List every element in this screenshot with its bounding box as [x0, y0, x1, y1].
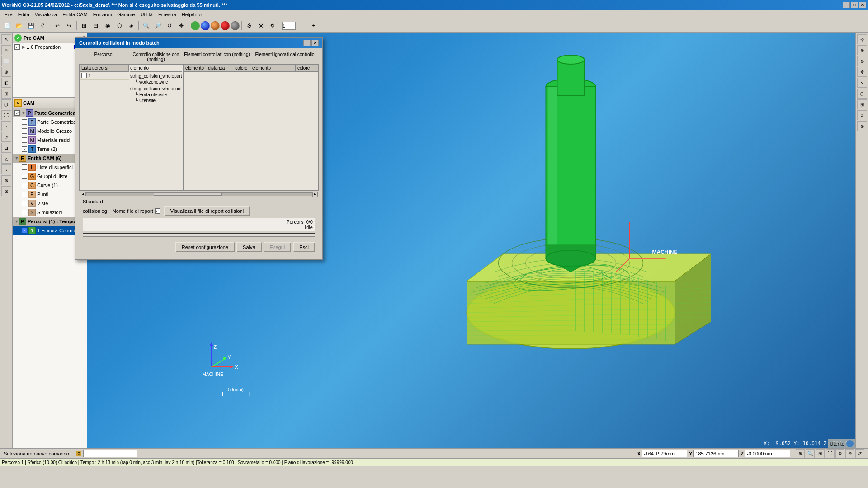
ctrl-node-1-child[interactable]: └ workzone.wnc [130, 79, 182, 85]
scroll-track[interactable] [85, 192, 312, 196]
tb-new[interactable]: 📄 [2, 20, 13, 31]
report-checkbox[interactable]: ✓ [155, 208, 160, 214]
tb-print[interactable]: 🖨 [37, 20, 48, 31]
scroll-right-btn[interactable]: ► [312, 192, 318, 197]
ctrl-node-1[interactable]: string_collision_wholepart [130, 73, 182, 79]
command-input[interactable] [83, 450, 137, 457]
coord-btn-2[interactable]: 🔍 [806, 449, 815, 458]
menu-utilita[interactable]: Utilità [137, 11, 156, 18]
right-btn-4[interactable]: ✥ [857, 67, 867, 77]
left-btn-7[interactable]: ⬡ [1, 99, 11, 109]
right-btn-1[interactable]: ⊹ [857, 34, 867, 44]
pt-check[interactable] [22, 192, 27, 197]
tb-view5[interactable]: ◈ [126, 20, 137, 31]
left-btn-11[interactable]: ⊿ [1, 143, 11, 153]
dialog-close[interactable]: ✕ [311, 40, 319, 46]
left-btn-15[interactable]: ⊠ [1, 186, 11, 196]
left-btn-12[interactable]: △ [1, 154, 11, 164]
coord-btn-3[interactable]: ⊞ [816, 449, 825, 458]
left-btn-14[interactable]: ⊛ [1, 175, 11, 185]
gl-check[interactable] [22, 174, 27, 179]
mg-check[interactable] [22, 128, 27, 134]
esegui-button[interactable]: Esegui [264, 242, 292, 252]
menu-finestra[interactable]: Finestra [156, 11, 179, 18]
tb-misc3[interactable]: ⛭ [267, 20, 278, 31]
menu-entita-cam[interactable]: Entità CAM [60, 11, 90, 18]
menu-funzioni[interactable]: Funzioni [90, 11, 115, 18]
ec-expand[interactable]: ▼ [14, 156, 19, 160]
menu-file[interactable]: File [2, 11, 15, 18]
right-btn-7[interactable]: ⊞ [857, 99, 867, 109]
tb-open[interactable]: 📂 [14, 20, 24, 31]
coord-btn-6[interactable]: ⊛ [845, 449, 854, 458]
esci-button[interactable]: Esci [293, 242, 315, 252]
tb-rotate[interactable]: ↺ [164, 20, 175, 31]
dialog-minimize[interactable]: — [303, 40, 311, 46]
coord-btn-1[interactable]: ⊕ [796, 449, 805, 458]
percorsi-item-1[interactable]: 1 [80, 72, 129, 80]
tb-zoom-in[interactable]: 🔍 [141, 20, 151, 31]
z-input[interactable] [745, 450, 790, 457]
ctrl-node-2-child-1[interactable]: └ Porta utensile [130, 92, 182, 98]
num-input[interactable] [282, 22, 296, 30]
left-btn-3[interactable]: ⬜ [1, 56, 11, 66]
tb-view2[interactable]: ⊟ [90, 20, 101, 31]
pg2-check[interactable] [22, 119, 27, 125]
sim-check[interactable] [22, 210, 27, 215]
tb-zoom-out[interactable]: 🔎 [152, 20, 163, 31]
mr-check[interactable] [22, 137, 27, 143]
tb-save[interactable]: 💾 [25, 20, 36, 31]
percorsi-checkbox[interactable] [81, 73, 87, 78]
tb-pan[interactable]: ✥ [176, 20, 187, 31]
tb-view1[interactable]: ⊞ [79, 20, 90, 31]
right-btn-6[interactable]: ⬡ [857, 89, 867, 99]
left-btn-8[interactable]: ⛶ [1, 110, 11, 120]
horizontal-scrollbar[interactable]: ◄ ► [79, 191, 319, 197]
tb-view3[interactable]: ◉ [102, 20, 113, 31]
pg-check[interactable]: ✓ [14, 110, 20, 116]
dialog-title-bar[interactable]: Controllo collisioni in modo batch — ✕ [75, 38, 322, 48]
right-btn-3[interactable]: ⊖ [857, 56, 867, 66]
left-btn-5[interactable]: ◧ [1, 78, 11, 88]
salva-button[interactable]: Salva [236, 242, 262, 252]
tb-shade4[interactable] [221, 21, 230, 30]
menu-help[interactable]: Help/Info [179, 11, 204, 18]
pc-expand[interactable]: ▼ [14, 219, 19, 224]
menu-edita[interactable]: Edita [15, 11, 32, 18]
coord-btn-5[interactable]: ⚙ [835, 449, 844, 458]
left-btn-10[interactable]: ⟳ [1, 132, 11, 142]
ctrl-node-2-child-2[interactable]: └ Utensile [130, 98, 182, 103]
fc-check[interactable]: ✓ [22, 228, 27, 233]
tb-misc2[interactable]: ⚒ [255, 20, 266, 31]
tb-minus[interactable]: — [297, 20, 307, 31]
scroll-left-btn[interactable]: ◄ [80, 192, 85, 197]
prep-checkbox[interactable]: ✓ [14, 44, 20, 50]
scroll-thumb[interactable] [154, 193, 222, 196]
tb-view4[interactable]: ⬡ [114, 20, 125, 31]
left-btn-1[interactable]: ↖ [1, 34, 11, 44]
tb-shade3[interactable] [211, 21, 220, 30]
tb-redo[interactable]: ↪ [64, 20, 75, 31]
tb-shade5[interactable] [231, 21, 240, 30]
coord-btn-4[interactable]: ⛶ [826, 449, 835, 458]
y-input[interactable] [693, 450, 739, 457]
left-btn-4[interactable]: ⊕ [1, 67, 11, 77]
coord-btn-7[interactable]: /z [855, 449, 864, 458]
x-input[interactable] [642, 450, 687, 457]
tb-misc1[interactable]: ⚙ [244, 20, 255, 31]
menu-gamme[interactable]: Gamme [114, 11, 137, 18]
left-btn-2[interactable]: ✏ [1, 45, 11, 55]
vs-check[interactable] [22, 201, 27, 206]
right-btn-5[interactable]: ↖ [857, 78, 867, 88]
cv-check[interactable] [22, 183, 27, 188]
minimize-button[interactable]: — [843, 2, 850, 8]
menu-visualizza[interactable]: Visualizza [32, 11, 60, 18]
tb-shade1[interactable] [191, 21, 200, 30]
tb-plus[interactable]: + [308, 20, 319, 31]
right-btn-8[interactable]: ↺ [857, 110, 867, 120]
tb-shade2[interactable] [201, 21, 210, 30]
left-btn-6[interactable]: ⊞ [1, 89, 11, 99]
right-btn-2[interactable]: ⊕ [857, 45, 867, 55]
close-button[interactable]: ✕ [859, 2, 866, 8]
left-btn-9[interactable]: ⋮ [1, 121, 11, 131]
